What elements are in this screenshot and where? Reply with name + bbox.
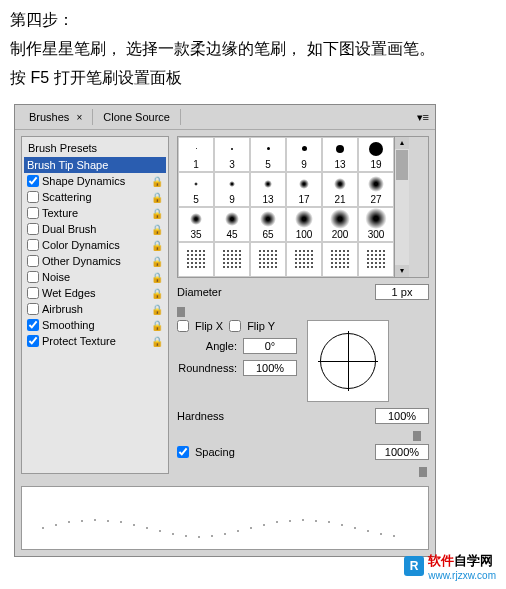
preview-dot (120, 521, 122, 523)
spacing-field[interactable]: 1000% (375, 444, 429, 460)
brush-dot-icon (225, 212, 239, 226)
lock-icon: 🔒 (151, 288, 163, 299)
brush-preset-cell[interactable]: 13 (250, 172, 286, 207)
sidebar-checkbox[interactable] (27, 255, 39, 267)
brush-dot-icon (264, 180, 272, 188)
lock-icon: 🔒 (151, 240, 163, 251)
preview-dot (211, 535, 213, 537)
brush-preset-cell[interactable]: 200 (322, 207, 358, 242)
sidebar-checkbox[interactable] (27, 207, 39, 219)
sidebar-item-label: Color Dynamics (42, 239, 120, 251)
sidebar-checkbox[interactable] (27, 335, 39, 347)
brush-preset-cell[interactable] (322, 242, 358, 277)
brush-options-sidebar: Brush Presets Brush Tip Shape Shape Dyna… (21, 136, 169, 474)
brush-preset-cell[interactable]: 19 (358, 137, 394, 172)
sidebar-item-dual-brush[interactable]: Dual Brush🔒 (24, 221, 166, 237)
sidebar-checkbox[interactable] (27, 319, 39, 331)
sidebar-item-brush-tip-shape[interactable]: Brush Tip Shape (24, 157, 166, 173)
preview-dot (367, 530, 369, 532)
lock-icon: 🔒 (151, 336, 163, 347)
brush-preset-cell[interactable]: 13 (322, 137, 358, 172)
brush-preset-cell[interactable]: 9 (214, 172, 250, 207)
sidebar-item-protect-texture[interactable]: Protect Texture🔒 (24, 333, 166, 349)
brush-preset-cell[interactable] (214, 242, 250, 277)
brush-preset-cell[interactable]: 1 (178, 137, 214, 172)
brush-size-label: 17 (298, 194, 309, 205)
flipx-checkbox[interactable] (177, 320, 189, 332)
hardness-label: Hardness (177, 410, 224, 422)
brush-dot-icon (336, 145, 344, 153)
preview-dot (198, 536, 200, 538)
preview-dot (250, 527, 252, 529)
roundness-field[interactable]: 100% (243, 360, 297, 376)
brush-dot-icon (369, 142, 383, 156)
instruction-step: 第四步： (10, 6, 496, 35)
brush-preset-cell[interactable]: 65 (250, 207, 286, 242)
close-icon[interactable]: × (76, 112, 82, 123)
brush-thumbnail-grid: 135913195913172127354565100200300 ▴ ▾ (177, 136, 429, 278)
sidebar-item-color-dynamics[interactable]: Color Dynamics🔒 (24, 237, 166, 253)
diameter-field[interactable]: 1 px (375, 284, 429, 300)
hardness-field[interactable]: 100% (375, 408, 429, 424)
watermark-logo-icon: R (404, 556, 424, 565)
brush-dot-icon (295, 210, 313, 228)
brush-preset-cell[interactable]: 35 (178, 207, 214, 242)
brush-size-label: 5 (193, 194, 199, 205)
sidebar-item-airbrush[interactable]: Airbrush🔒 (24, 301, 166, 317)
preview-dot (328, 521, 330, 523)
sidebar-item-other-dynamics[interactable]: Other Dynamics🔒 (24, 253, 166, 269)
angle-preview[interactable] (307, 320, 389, 402)
flipy-checkbox[interactable] (229, 320, 241, 332)
sidebar-item-wet-edges[interactable]: Wet Edges🔒 (24, 285, 166, 301)
scroll-up-icon[interactable]: ▴ (395, 137, 409, 149)
brush-preset-cell[interactable]: 21 (322, 172, 358, 207)
lock-icon: 🔒 (151, 304, 163, 315)
preview-dot (380, 533, 382, 535)
scroll-thumb[interactable] (396, 150, 408, 180)
brush-dot-icon (267, 147, 270, 150)
brush-dot-icon (258, 249, 278, 269)
brush-preset-cell[interactable] (286, 242, 322, 277)
sidebar-checkbox[interactable] (27, 303, 39, 315)
brush-grid-scrollbar[interactable]: ▴ ▾ (394, 137, 409, 277)
brush-preset-cell[interactable]: 100 (286, 207, 322, 242)
brush-size-label: 200 (332, 229, 349, 240)
sidebar-checkbox[interactable] (27, 271, 39, 283)
brush-preset-cell[interactable] (358, 242, 394, 277)
sidebar-item-scattering[interactable]: Scattering🔒 (24, 189, 166, 205)
sidebar-checkbox[interactable] (27, 191, 39, 203)
preview-dot (185, 535, 187, 537)
lock-icon: 🔒 (151, 256, 163, 267)
brush-preset-cell[interactable]: 9 (286, 137, 322, 172)
brush-preset-cell[interactable]: 3 (214, 137, 250, 172)
sidebar-item-smoothing[interactable]: Smoothing🔒 (24, 317, 166, 333)
spacing-checkbox[interactable] (177, 446, 189, 458)
brush-preset-cell[interactable]: 300 (358, 207, 394, 242)
preview-dot (172, 533, 174, 535)
sidebar-item-noise[interactable]: Noise🔒 (24, 269, 166, 285)
panel-menu-icon[interactable]: ▾≡ (417, 111, 429, 124)
sidebar-checkbox[interactable] (27, 287, 39, 299)
sidebar-item-shape-dynamics[interactable]: Shape Dynamics🔒 (24, 173, 166, 189)
brush-preset-cell[interactable]: 5 (250, 137, 286, 172)
scroll-down-icon[interactable]: ▾ (395, 265, 409, 277)
sidebar-checkbox[interactable] (27, 223, 39, 235)
brush-preset-cell[interactable] (250, 242, 286, 277)
sidebar-checkbox[interactable] (27, 175, 39, 187)
tab-brushes[interactable]: Brushes × (19, 109, 93, 125)
preview-dot (237, 530, 239, 532)
sidebar-item-label: Noise (42, 271, 70, 283)
brush-preset-cell[interactable] (178, 242, 214, 277)
sidebar-checkbox[interactable] (27, 239, 39, 251)
angle-field[interactable]: 0° (243, 338, 297, 354)
sidebar-item-texture[interactable]: Texture🔒 (24, 205, 166, 221)
brush-preset-cell[interactable]: 17 (286, 172, 322, 207)
preview-dot (146, 527, 148, 529)
brush-preset-cell[interactable]: 5 (178, 172, 214, 207)
preview-dot (94, 519, 96, 521)
brush-preset-cell[interactable]: 27 (358, 172, 394, 207)
brush-tip-shape-label: Brush Tip Shape (27, 159, 108, 171)
tab-clone-source[interactable]: Clone Source (93, 109, 181, 125)
brush-preset-cell[interactable]: 45 (214, 207, 250, 242)
brush-presets-header[interactable]: Brush Presets (24, 139, 166, 157)
